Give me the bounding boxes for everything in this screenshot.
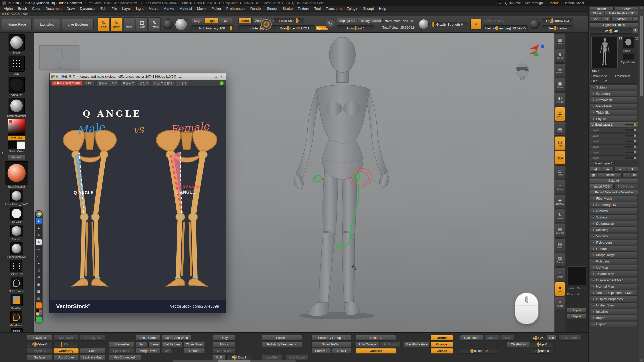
leftshelf-item[interactable]: SwitchColor: [8, 141, 25, 153]
viewer-window-control-button[interactable]: ×: [219, 74, 224, 79]
check-icon[interactable]: ✓: [220, 81, 224, 85]
tool-section-header[interactable]: Geometry: [590, 91, 638, 97]
clone-button[interactable]: Clone: [590, 11, 604, 16]
rightshelf-button[interactable]: ◫ L.Sym: [555, 136, 565, 150]
bottom-tray-button[interactable]: Resolution 128: [460, 348, 498, 354]
bottom-tray-button[interactable]: Uv Groups: [380, 342, 400, 347]
shape-icon[interactable]: □: [36, 267, 42, 273]
clone-txtr-label[interactable]: Clone Txtr: [567, 293, 580, 296]
menu-item[interactable]: Alpha: [2, 6, 15, 11]
paint-mode-button[interactable]: Mrgb: [191, 18, 204, 23]
goz-visible-button[interactable]: Visible: [611, 17, 632, 22]
bottom-tray-button[interactable]: DynaMesh: [460, 335, 483, 341]
bottom-tray-button[interactable]: BackfaceMask: [80, 355, 105, 360]
texture-thumbnail[interactable]: [568, 266, 586, 285]
bottom-tray-button[interactable]: Min: [547, 335, 556, 341]
tool-section-header[interactable]: Export: [590, 321, 638, 327]
bottom-tray-button[interactable]: Half: [136, 342, 147, 347]
bottom-tray-button[interactable]: AccuCurve: [53, 355, 79, 360]
leftshelf-item[interactable]: SmoothValleys: [7, 242, 26, 258]
make-polymesh3d-button[interactable]: Make PolyMesh3D: [605, 11, 638, 16]
menu-item[interactable]: Zplugin: [344, 6, 360, 11]
menu-item[interactable]: Edit: [98, 6, 109, 11]
bottom-tray-button[interactable]: Mirror And Weld: [162, 335, 191, 341]
pencil-icon[interactable]: ✏: [36, 246, 42, 252]
rightshelf-button[interactable]: ◌ Ghost: [555, 267, 565, 281]
layer-row-active[interactable]: Untitled Layer 1: [590, 122, 638, 127]
bottom-tray-button[interactable]: Del Higher: [80, 335, 105, 341]
menu-item[interactable]: File: [109, 6, 119, 11]
tool-palette-button[interactable]: Import: [590, 7, 614, 10]
document-canvas[interactable]: ✎ ❂➤➤✎✎✏▭●□✖▣▤▥ 0 - 비율, 리듬 > female-and-…: [34, 33, 554, 332]
tool-thumb-label[interactable]: EraserBrush: [615, 74, 630, 77]
leftshelf-item[interactable]: MeshExtrude: [8, 328, 25, 332]
leftshelf-item[interactable]: Smooth: [10, 225, 23, 241]
leftshelf-item[interactable]: Alpha Off: [9, 77, 25, 96]
bottom-tray-button[interactable]: MaskByFeature: [404, 342, 429, 347]
bottom-tray-button[interactable]: Roll Dist 1: [226, 355, 252, 360]
tool-section-header[interactable]: Vector Displacement Map: [590, 290, 638, 296]
bottom-tray-button[interactable]: Inflate: [356, 335, 396, 341]
rightshelf-button[interactable]: ▤ Line Fill: [555, 224, 565, 238]
step2-r-button[interactable]: R: [633, 28, 638, 33]
leftshelf-item[interactable]: Move: [9, 34, 25, 54]
bottom-tray-button[interactable]: Close Holes: [184, 342, 205, 347]
stroke-thumbnail[interactable]: [163, 19, 173, 29]
layer-intensity-slider[interactable]: [625, 135, 636, 137]
viewer-window-control-button[interactable]: □: [213, 74, 219, 79]
layer-intensity-slider[interactable]: [625, 152, 636, 153]
screenshot-icon[interactable]: ▣: [36, 281, 42, 287]
menu-item[interactable]: Stroke: [280, 6, 295, 11]
alphabrush-thumbnail[interactable]: [623, 54, 634, 60]
swatch-multi[interactable]: [36, 309, 42, 315]
bottom-scrollbar[interactable]: [173, 360, 296, 362]
swatch-orange[interactable]: [36, 302, 42, 308]
tool-section-header[interactable]: ArrayMesh: [590, 97, 638, 103]
bottom-tray-button[interactable]: Del Hidden: [162, 342, 182, 347]
rightshelf-button[interactable]: ▂ Floor: [555, 122, 565, 135]
layer-row[interactable]: Layer: [590, 150, 638, 155]
menu-item[interactable]: Macro: [146, 6, 161, 11]
scrollbar-thumb[interactable]: [640, 16, 643, 96]
tool-section-header[interactable]: Polygroups: [590, 240, 638, 245]
viewer-menu-button[interactable]: 고정: [176, 80, 188, 86]
menu-item[interactable]: Picker: [209, 6, 224, 11]
r-button[interactable]: R: [633, 17, 638, 22]
bottom-tray-button[interactable]: ClayPolish: [507, 342, 530, 347]
bottom-tray-button[interactable]: Del Lower: [53, 335, 79, 341]
bottom-tray-button[interactable]: Polish: [500, 335, 514, 341]
document-thumbnail[interactable]: [39, 45, 79, 69]
layer-nav-arrow[interactable]: ◀: [590, 167, 601, 172]
tool-section-header[interactable]: Display Properties: [590, 296, 638, 302]
rightshelf-button[interactable]: ↻ Rotate: [555, 209, 565, 223]
rgb-intensity-slider[interactable]: Rgb Intensity100: [191, 25, 233, 31]
highlighter-icon[interactable]: ✎: [36, 232, 42, 238]
menu-item[interactable]: Brush: [16, 6, 29, 11]
viewer-menu-button[interactable]: 슬라이드 쇼: [96, 80, 119, 86]
bottom-tray-button[interactable]: Colorize: [356, 348, 396, 354]
bottom-tray-button[interactable]: Smart ReSym: [311, 342, 352, 347]
menu-item[interactable]: Texture: [295, 6, 311, 11]
paint-mode-button[interactable]: M: [219, 18, 232, 23]
menu-item[interactable]: Zscript: [361, 6, 376, 11]
leftshelf-item[interactable]: MaskLasso: [10, 311, 24, 327]
angle-of-view-icon[interactable]: ⊿: [470, 19, 481, 30]
adjust-last-slider[interactable]: AdjustLast1: [337, 25, 374, 31]
replay-button[interactable]: ReplayLast: [337, 18, 357, 23]
leftshelf-item[interactable]: SelectRect: [10, 260, 23, 276]
field-of-view-slider[interactable]: Field of view(deg)39.59775: [484, 25, 528, 31]
import-mdd-button[interactable]: Import MDD: [590, 184, 614, 189]
tool-section-header[interactable]: Unified Skin: [590, 302, 638, 308]
layer-row[interactable]: Layer: [590, 139, 638, 144]
rightshelf-button[interactable]: ✳ Xpose: [555, 297, 565, 310]
menu-item[interactable]: Preferences: [224, 6, 247, 11]
bottom-tray-button[interactable]: Groups: [430, 342, 453, 347]
tool-thumb-label[interactable]: Step1: [591, 79, 599, 82]
see-through-slider[interactable]: See-through 0: [525, 1, 545, 5]
bottom-tray-button[interactable]: Roll: [213, 355, 225, 360]
leftshelf-item[interactable]: Flat Color: [10, 207, 23, 223]
pen-icon[interactable]: ✎: [36, 239, 42, 245]
tool-section-header[interactable]: Preview: [590, 208, 638, 214]
image-viewer-window[interactable]: 0 - 비율, 리듬 > female-and-male-skeleton-di…: [49, 73, 226, 313]
viewer-menu-button[interactable]: 책갈피: [120, 80, 136, 86]
